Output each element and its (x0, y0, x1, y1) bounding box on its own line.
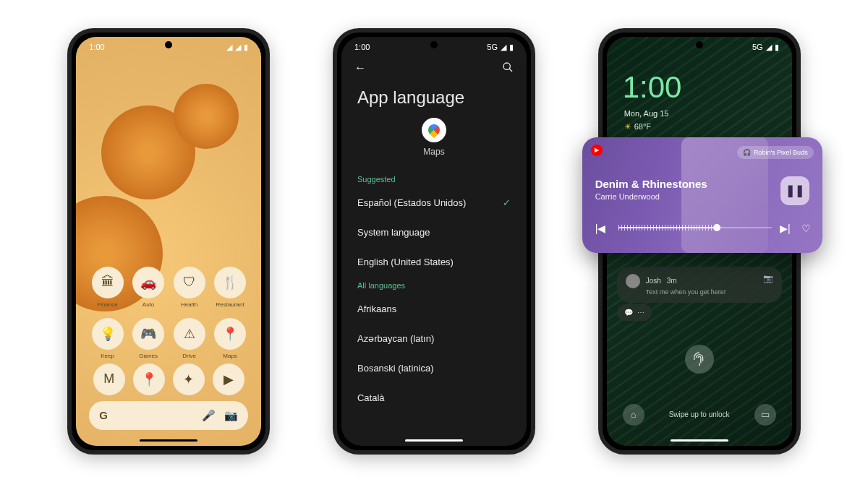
google-logo: G (99, 409, 108, 421)
app-label: Drive (182, 353, 196, 359)
mic-icon[interactable]: 🎤 (202, 409, 216, 422)
back-button[interactable]: ← (354, 61, 366, 74)
pin-icon: 📍 (214, 318, 246, 350)
fingerprint-sensor[interactable] (685, 345, 714, 374)
wifi-icon: ◢ (235, 43, 241, 52)
battery-icon: ▮ (509, 43, 514, 52)
favorite-button[interactable]: ♡ (801, 223, 811, 234)
lang-option-system[interactable]: System language (357, 218, 511, 247)
lang-option-afrikaans[interactable]: Afrikaans (357, 294, 511, 324)
next-button[interactable]: ▶| (780, 223, 791, 234)
photos-icon: ✦ (173, 363, 205, 395)
app-header: Maps (341, 118, 527, 157)
phone-lock-screen: 5G ◢ ▮ 1:00 Mon, Aug 15 ☀ 68°F Josh 3m T… (598, 28, 801, 455)
triangle-icon: ⚠ (174, 318, 205, 350)
app-games[interactable]: 🎮 Games (130, 318, 167, 359)
progress-bar[interactable] (618, 227, 772, 228)
lang-option-azerbaycan[interactable]: Azərbaycan (latın) (357, 324, 511, 353)
pause-button[interactable]: ❚❚ (780, 176, 809, 205)
car-icon: 🚗 (132, 267, 164, 298)
lang-label: English (United States) (357, 257, 454, 267)
app-label: Keep (101, 353, 114, 359)
youtube-music-icon: ▶ (591, 145, 603, 156)
status-time: 1:00 (354, 43, 370, 52)
network-label: 5G (487, 43, 498, 51)
output-device-chip[interactable]: 🎧 Robin's Pixel Buds (737, 146, 814, 159)
app-auto[interactable]: 🚗 Auto (130, 267, 167, 308)
nav-pill[interactable] (671, 439, 728, 442)
home-control-button[interactable]: ⌂ (623, 404, 644, 426)
battery-icon: ▮ (244, 43, 248, 52)
bank-icon: 🏛 (92, 267, 124, 298)
app-finance[interactable]: 🏛 Finance (89, 267, 126, 308)
lang-option-bosanski[interactable]: Bosanski (latinica) (357, 353, 511, 383)
search-bar[interactable]: G 🎤 📷 (89, 401, 248, 430)
notif-body: Text me when you get here! (646, 288, 773, 296)
dock-photos[interactable]: ✦ (173, 363, 205, 395)
signal-icon: ◢ (226, 43, 232, 52)
camera-icon[interactable]: 📷 (224, 409, 238, 422)
wallpaper-flower (174, 84, 239, 149)
lock-time: 1:00 (623, 70, 682, 105)
shield-icon: 🛡 (174, 267, 205, 298)
nav-pill[interactable] (140, 439, 197, 442)
lang-label: Español (Estados Unidos) (357, 197, 466, 208)
avatar (626, 274, 640, 288)
dock-gmail[interactable]: M (93, 363, 125, 395)
progress-knob[interactable] (713, 224, 720, 231)
lang-label: System language (357, 227, 430, 238)
signal-icon: ◢ (501, 43, 506, 52)
lang-label: Bosanski (latinica) (357, 363, 434, 374)
youtube-icon: ▶ (213, 363, 244, 395)
network-label: 5G (752, 43, 763, 51)
section-all: All languages (357, 281, 511, 290)
chat-icon: 💬 (624, 309, 633, 317)
app-keep[interactable]: 💡 Keep (89, 318, 126, 359)
track-artist: Carrie Underwood (595, 192, 660, 201)
track-title: Denim & Rhinestones (595, 178, 707, 190)
gmail-icon: M (93, 363, 125, 395)
status-icons: ◢ ◢ ▮ (226, 43, 248, 52)
status-time: 1:00 (89, 43, 104, 52)
temp-value: 68°F (634, 122, 651, 131)
app-maps[interactable]: 📍 Maps (212, 318, 249, 359)
lang-option-espanol[interactable]: Español (Estados Unidos) ✓ (357, 188, 511, 218)
notif-sender: Josh (646, 277, 661, 285)
phone-settings-language: 1:00 5G ◢ ▮ ← App language Maps Suggeste… (333, 28, 535, 455)
app-drive[interactable]: ⚠ Drive (171, 318, 208, 359)
lang-option-catala[interactable]: Català (357, 383, 511, 413)
dock-youtube[interactable]: ▶ (213, 363, 244, 395)
svg-line-1 (509, 69, 512, 72)
dock-maps[interactable]: 📍 (133, 363, 165, 395)
sun-icon: ☀ (624, 122, 631, 132)
app-health[interactable]: 🛡 Health (171, 267, 208, 308)
device-name: Robin's Pixel Buds (754, 149, 808, 156)
page-title: App language (357, 87, 464, 108)
lang-label: Català (357, 392, 385, 403)
search-icon[interactable] (502, 61, 514, 74)
notification-message[interactable]: Josh 3m Text me when you get here! 📷 (617, 267, 782, 303)
section-suggested: Suggested (357, 175, 511, 184)
lock-bottom-bar: ⌂ Swipe up to unlock ▭ (607, 404, 792, 426)
status-icons: 5G ◢ ▮ (752, 43, 779, 52)
fork-knife-icon: 🍴 (214, 267, 246, 298)
notification-collapsed[interactable]: 💬 ⋯ (617, 304, 652, 321)
camera-hole (165, 41, 172, 48)
unlock-hint: Swipe up to unlock (669, 410, 730, 418)
app-label: Maps (223, 353, 237, 359)
gamepad-icon: 🎮 (132, 318, 164, 350)
nav-pill[interactable] (405, 439, 463, 442)
camera-icon[interactable]: 📷 (763, 274, 773, 283)
wallet-button[interactable]: ▭ (754, 404, 776, 426)
lock-date: Mon, Aug 15 (624, 109, 669, 118)
lang-option-english[interactable]: English (United States) (357, 247, 511, 277)
media-player-card[interactable]: ▶ 🎧 Robin's Pixel Buds Denim & Rhineston… (582, 137, 822, 253)
previous-button[interactable]: |◀ (595, 223, 606, 234)
lock-weather: ☀ 68°F (624, 122, 651, 132)
progress-fill (618, 227, 713, 228)
app-dock: M 📍 ✦ ▶ (89, 363, 248, 395)
app-label: Finance (97, 301, 117, 308)
app-restaurant[interactable]: 🍴 Restaurant (212, 267, 249, 308)
maps-app-icon (422, 118, 446, 142)
app-name: Maps (423, 147, 444, 157)
